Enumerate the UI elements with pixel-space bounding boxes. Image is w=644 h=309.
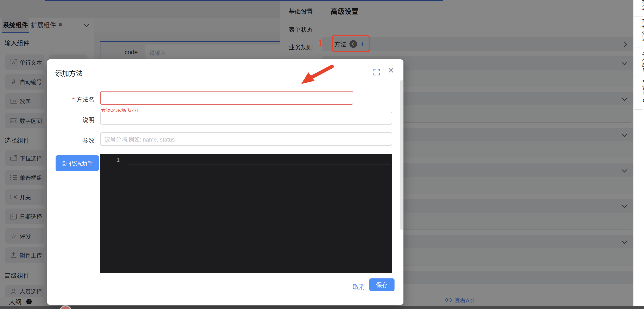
divider — [634, 77, 643, 77]
assistant-icon: ◎ — [61, 160, 67, 166]
description-input[interactable] — [100, 112, 392, 125]
code-assistant-button[interactable]: ◎ 代码助手 — [56, 155, 99, 171]
method-name-input[interactable] — [100, 91, 353, 105]
params-placeholder: 逗号分隔,例如: name, status — [105, 135, 175, 143]
divider — [634, 109, 643, 110]
annotation-step-number: 1 — [318, 38, 323, 49]
divider — [634, 16, 643, 17]
annotation-highlight-box — [332, 35, 370, 52]
close-icon[interactable]: ✕ — [388, 67, 394, 75]
method-name-label: 方法名 — [47, 95, 94, 104]
current-line-highlight — [128, 155, 390, 165]
code-editor[interactable]: 1 — [100, 154, 392, 273]
description-label: 说明 — [47, 115, 94, 124]
tab-third-party-services[interactable]: 三方服务 — [636, 50, 644, 73]
dialog-scrollbar[interactable] — [400, 80, 403, 230]
params-input[interactable]: 逗号分隔,例如: name, status — [100, 132, 392, 146]
tab-offline-resources[interactable]: 离线资源 — [636, 19, 644, 42]
params-label: 参数 — [47, 136, 94, 145]
annotation-arrow — [297, 61, 339, 88]
cancel-button[interactable]: 取消 — [350, 281, 367, 292]
add-method-dialog: 添加方法 ✕ 方法名 方法名不能为空! 说明 参数 逗号分隔,例如: name,… — [47, 59, 404, 305]
tab-named-sql[interactable]: 命名Sql — [636, 79, 644, 110]
line-number: 1 — [111, 157, 120, 163]
divider — [634, 48, 643, 48]
bottom-edge-band — [0, 306, 644, 309]
dialog-title: 添加方法 — [55, 68, 83, 78]
tab-data-source[interactable]: 数据源 — [636, 0, 644, 11]
resource-tab-strip: 数据源 离线资源 三方服务 命名Sql — [633, 0, 644, 306]
save-button[interactable]: 保存 — [369, 278, 394, 291]
fullscreen-icon[interactable] — [373, 69, 380, 76]
